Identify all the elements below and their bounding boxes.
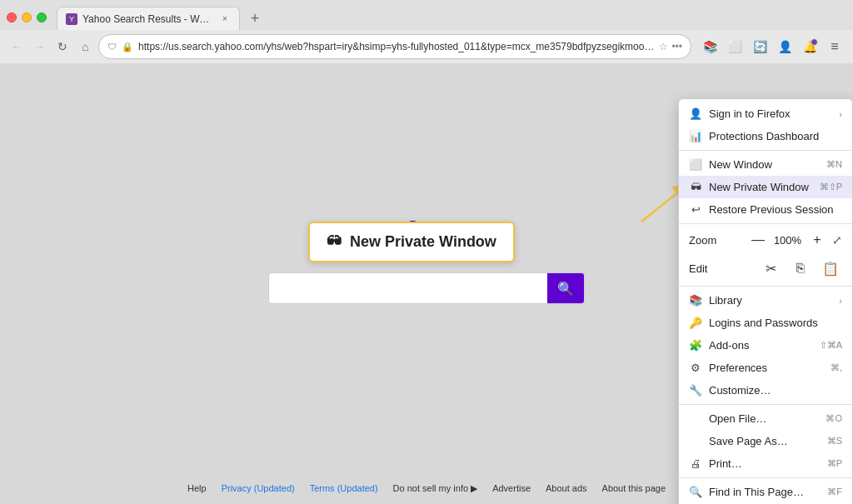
library-menu-icon: 📚 xyxy=(689,294,702,307)
tab-title: Yahoo Search Results - Web S… xyxy=(82,13,214,25)
zoom-row: Zoom — 100% + ⤢ xyxy=(679,227,852,253)
menu-divider-3 xyxy=(679,286,852,287)
url-text: https://us.search.yahoo.com/yhs/web?hspa… xyxy=(138,41,654,52)
zoom-out-button[interactable]: — xyxy=(748,230,768,250)
zoom-expand-button[interactable]: ⤢ xyxy=(832,233,842,247)
notifications-icon[interactable]: 🔔 xyxy=(798,35,821,58)
nav-bar: ← → ↻ ⌂ 🛡 🔒 https://us.search.yahoo.com/… xyxy=(0,30,853,63)
minimize-window-btn[interactable] xyxy=(22,12,32,22)
footer-privacy-link[interactable]: Privacy (Updated) xyxy=(222,483,295,494)
save-page-shortcut: ⌘S xyxy=(827,436,842,447)
menu-protections[interactable]: 📊 Protections Dashboard xyxy=(679,125,852,147)
close-window-btn[interactable] xyxy=(7,12,17,22)
home-button[interactable]: ⌂ xyxy=(76,35,96,58)
menu-new-window-label: New Window xyxy=(709,158,820,171)
menu-divider-5 xyxy=(679,477,852,478)
menu-customize[interactable]: 🔧 Customize… xyxy=(679,379,852,402)
sync-icon[interactable]: 🔄 xyxy=(748,35,771,58)
find-icon: 🔍 xyxy=(689,486,702,498)
forward-button[interactable]: → xyxy=(30,35,50,58)
zoom-label: Zoom xyxy=(689,234,743,247)
footer-advertise-link[interactable]: Advertise xyxy=(492,483,531,494)
menu-save-page[interactable]: Save Page As… ⌘S xyxy=(679,430,852,452)
svg-line-1 xyxy=(641,188,683,222)
browser-tab[interactable]: Y Yahoo Search Results - Web S… × xyxy=(57,7,240,30)
footer-terms-link[interactable]: Terms (Updated) xyxy=(310,483,378,494)
browser-window: Y Yahoo Search Results - Web S… × + ← → … xyxy=(0,0,853,504)
callout-label: New Private Window xyxy=(350,233,496,251)
preferences-shortcut: ⌘, xyxy=(831,362,842,373)
preferences-icon: ⚙ xyxy=(689,362,702,374)
footer-do-not-sell-link[interactable]: Do not sell my info ▶ xyxy=(393,483,478,494)
print-shortcut: ⌘P xyxy=(827,458,842,469)
menu-addons[interactable]: 🧩 Add-ons ⇧⌘A xyxy=(679,334,852,357)
addons-icon: 🧩 xyxy=(689,339,702,352)
hamburger-menu-button[interactable]: ≡ xyxy=(823,35,846,58)
traffic-lights xyxy=(7,12,47,22)
library-arrow-icon: › xyxy=(839,296,842,306)
paste-button[interactable]: 📋 xyxy=(819,257,842,280)
yahoo-search-input[interactable] xyxy=(269,282,547,295)
main-content: yahoo! 🔍 🕶 New Private Window H xyxy=(0,63,853,504)
zoom-value: 100% xyxy=(773,234,802,247)
new-window-shortcut: ⌘N xyxy=(826,159,842,170)
browser-menu: 👤 Sign in to Firefox › 📊 Protections Das… xyxy=(678,98,853,504)
bookmark-star-icon[interactable]: ☆ xyxy=(659,41,668,52)
menu-sign-in-label: Sign in to Firefox xyxy=(709,107,832,120)
logins-icon: 🔑 xyxy=(689,317,702,329)
menu-library[interactable]: 📚 Library › xyxy=(679,289,852,312)
menu-restore-session[interactable]: ↩ Restore Previous Session xyxy=(679,198,852,221)
container-icon[interactable]: ⬜ xyxy=(723,35,746,58)
protections-icon: 📊 xyxy=(689,130,702,142)
edit-label: Edit xyxy=(689,262,752,275)
menu-preferences[interactable]: ⚙ Preferences ⌘, xyxy=(679,357,852,379)
menu-print[interactable]: 🖨 Print… ⌘P xyxy=(679,452,852,475)
copy-button[interactable]: ⎘ xyxy=(789,257,812,280)
tab-bar: Y Yahoo Search Results - Web S… × + xyxy=(57,5,846,30)
maximize-window-btn[interactable] xyxy=(37,12,47,22)
tab-favicon: Y xyxy=(66,13,77,25)
sign-in-arrow-icon: › xyxy=(839,109,842,119)
new-tab-button[interactable]: + xyxy=(243,7,267,30)
ellipsis-icon[interactable]: ••• xyxy=(671,41,682,52)
find-shortcut: ⌘F xyxy=(827,487,842,497)
tab-close-btn[interactable]: × xyxy=(219,13,231,25)
print-icon: 🖨 xyxy=(689,457,702,470)
menu-logins[interactable]: 🔑 Logins and Passwords xyxy=(679,312,852,334)
footer-about-page-link[interactable]: About this page xyxy=(602,483,666,494)
address-icons: ☆ ••• xyxy=(659,41,682,52)
menu-sign-in[interactable]: 👤 Sign in to Firefox › xyxy=(679,102,852,125)
refresh-button[interactable]: ↻ xyxy=(52,35,72,58)
lock-icon: 🔒 xyxy=(122,42,133,52)
menu-divider-2 xyxy=(679,223,852,224)
menu-new-window[interactable]: ⬜ New Window ⌘N xyxy=(679,153,852,176)
private-window-callout-icon: 🕶 xyxy=(327,233,342,251)
private-window-icon: 🕶 xyxy=(689,181,702,193)
menu-divider-4 xyxy=(679,404,852,405)
footer-help-link[interactable]: Help xyxy=(187,483,207,494)
cut-button[interactable]: ✂ xyxy=(759,257,782,280)
menu-find[interactable]: 🔍 Find in This Page… ⌘F xyxy=(679,481,852,503)
new-window-icon: ⬜ xyxy=(689,158,702,171)
menu-print-label: Print… xyxy=(709,457,821,470)
restore-icon: ↩ xyxy=(689,203,702,216)
address-bar[interactable]: 🛡 🔒 https://us.search.yahoo.com/yhs/web?… xyxy=(98,34,691,59)
menu-new-private-window[interactable]: 🕶 New Private Window ⌘⇧P xyxy=(679,176,852,198)
toolbar-icons: 📚 ⬜ 🔄 👤 🔔 ≡ xyxy=(698,35,846,58)
menu-addons-label: Add-ons xyxy=(709,339,813,352)
back-button[interactable]: ← xyxy=(7,35,27,58)
menu-divider-1 xyxy=(679,150,852,151)
yahoo-search-button[interactable]: 🔍 xyxy=(547,272,584,304)
customize-icon: 🔧 xyxy=(689,384,702,397)
shield-icon: 🛡 xyxy=(107,42,117,52)
menu-preferences-label: Preferences xyxy=(709,362,824,374)
account-icon[interactable]: 👤 xyxy=(773,35,796,58)
callout-bubble: 🕶 New Private Window xyxy=(308,222,515,262)
zoom-in-button[interactable]: + xyxy=(807,230,827,250)
menu-open-file[interactable]: Open File… ⌘O xyxy=(679,407,852,430)
footer-about-ads-link[interactable]: About ads xyxy=(546,483,587,494)
menu-save-page-label: Save Page As… xyxy=(709,435,821,447)
menu-restore-label: Restore Previous Session xyxy=(709,203,842,216)
library-icon[interactable]: 📚 xyxy=(698,35,721,58)
title-bar: Y Yahoo Search Results - Web S… × + xyxy=(0,0,853,30)
